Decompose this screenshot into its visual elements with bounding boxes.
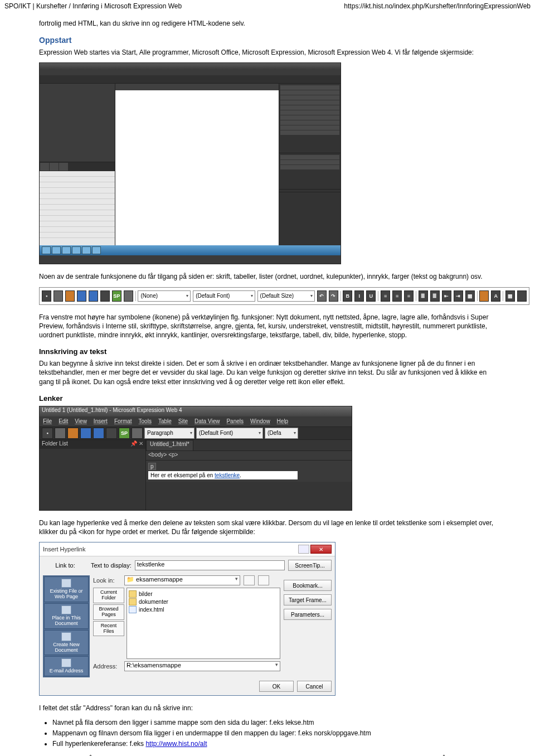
- example-link[interactable]: http://www.hist.no/alt: [145, 740, 207, 748]
- document-tab[interactable]: Untitled_1.html*: [146, 440, 193, 450]
- file-list[interactable]: bilder dokumenter index.html: [127, 588, 280, 659]
- undo-icon[interactable]: ↶: [317, 290, 327, 302]
- open-icon[interactable]: [67, 428, 79, 439]
- new-doc-icon[interactable]: ▪: [42, 290, 51, 302]
- superpreview-icon[interactable]: SP: [112, 290, 121, 302]
- document-text-line[interactable]: Her er et eksempel på en tekstlenke.: [148, 471, 298, 479]
- new-doc-icon: [61, 632, 71, 641]
- superpreview-icon[interactable]: SP: [119, 428, 130, 439]
- text-link[interactable]: tekstlenke: [215, 472, 240, 478]
- menu-view[interactable]: View: [75, 418, 87, 424]
- browse-web-icon[interactable]: [258, 575, 269, 585]
- up-folder-icon[interactable]: [244, 575, 255, 585]
- cancel-button[interactable]: Cancel: [297, 681, 332, 692]
- menu-help[interactable]: Help: [277, 418, 289, 424]
- toolbar-description: Fra venstre mot høyre har symbolene (iko…: [39, 313, 496, 340]
- editor-menu-bar: File Edit View Insert Format Tools Table…: [40, 416, 352, 427]
- ok-button[interactable]: OK: [259, 681, 294, 692]
- list-item: Navnet på fila dersom den ligger i samme…: [52, 718, 496, 728]
- menu-edit[interactable]: Edit: [59, 418, 68, 424]
- tag-breadcrumb: <body> <p>: [146, 450, 352, 461]
- subnav-current-folder[interactable]: Current Folder: [93, 588, 124, 603]
- table-icon[interactable]: ▦: [505, 290, 515, 302]
- editor-screenshot: Untitled 1 (Untitled_1.html) - Microsoft…: [39, 406, 352, 511]
- email-icon: [61, 658, 71, 667]
- list-item[interactable]: dokumenter: [129, 598, 278, 605]
- menu-table[interactable]: Table: [158, 418, 172, 424]
- subnav-browsed-pages[interactable]: Browsed Pages: [93, 604, 124, 620]
- lookin-dropdown[interactable]: 📁 eksamensmappe: [124, 575, 240, 585]
- browser-preview-icon[interactable]: [132, 428, 143, 439]
- toolbar-strip: ▪ SP (None) (Default Font) (Default Size…: [39, 287, 529, 305]
- nav-place-in-doc[interactable]: Place in This Document: [44, 603, 89, 629]
- new-site-icon[interactable]: [55, 428, 66, 439]
- p-tag-indicator: p: [148, 463, 156, 470]
- subnav-recent-files[interactable]: Recent Files: [93, 621, 124, 637]
- linkto-nav: Existing File or Web Page Place in This …: [43, 575, 90, 677]
- after-editor-text: Du kan lage hyperlenke ved å merke den d…: [39, 518, 496, 536]
- ide-screenshot: [39, 62, 341, 264]
- borders-icon[interactable]: ▦: [465, 290, 475, 302]
- insert-hyperlink-dialog: Insert Hyperlink ✕ Link to: Text to disp…: [39, 542, 335, 696]
- preview-icon[interactable]: [100, 290, 110, 302]
- nav-create-new[interactable]: Create New Document: [44, 630, 89, 656]
- address-label: Address:: [93, 663, 121, 670]
- menu-insert[interactable]: Insert: [94, 418, 108, 424]
- size-dropdown[interactable]: (Default Size): [257, 290, 315, 302]
- textcolor-icon[interactable]: A: [491, 290, 500, 302]
- align-right-icon[interactable]: ≡: [404, 290, 414, 302]
- new-site-icon[interactable]: [54, 290, 63, 302]
- parameters-button[interactable]: Parameters...: [284, 609, 332, 620]
- align-left-icon[interactable]: ≡: [381, 290, 390, 302]
- list-item[interactable]: bilder: [129, 590, 278, 598]
- dialog-title: Insert Hyperlink: [43, 546, 85, 553]
- style-dropdown[interactable]: (None): [138, 290, 191, 302]
- folder-list-title: Folder List: [42, 440, 68, 448]
- address-input[interactable]: R:\eksamensmappe▾: [124, 661, 280, 671]
- bold-icon[interactable]: B: [343, 290, 352, 302]
- ul-icon[interactable]: ≣: [430, 290, 440, 302]
- nav-existing-file[interactable]: Existing File or Web Page: [44, 576, 89, 602]
- pin-icon[interactable]: 📌 ✕: [130, 440, 143, 448]
- font-dropdown[interactable]: (Default Font): [196, 428, 263, 439]
- menu-dataview[interactable]: Data View: [194, 418, 220, 424]
- menu-format[interactable]: Format: [114, 418, 132, 424]
- menu-file[interactable]: File: [43, 418, 52, 424]
- text-to-display-input[interactable]: tekstlenke: [135, 560, 285, 570]
- linkto-label: Link to:: [43, 562, 87, 569]
- bookmark-button[interactable]: Bookmark...: [284, 580, 332, 591]
- menu-site[interactable]: Site: [178, 418, 188, 424]
- style-dropdown[interactable]: Paragraph: [144, 428, 194, 439]
- outdent-icon[interactable]: ⇤: [442, 290, 451, 302]
- save-icon[interactable]: [80, 428, 91, 439]
- div-icon[interactable]: [517, 290, 527, 302]
- redo-icon[interactable]: ↷: [329, 290, 338, 302]
- nav-email[interactable]: E-mail Address: [44, 656, 89, 676]
- help-icon[interactable]: [298, 545, 309, 554]
- close-icon[interactable]: ✕: [310, 545, 332, 554]
- list-item: Mappenavn og filnavn dersom fila ligger …: [52, 729, 496, 738]
- highlight-icon[interactable]: [479, 290, 489, 302]
- underline-icon[interactable]: U: [366, 290, 376, 302]
- screentip-button[interactable]: ScreenTip...: [288, 560, 332, 571]
- size-dropdown[interactable]: (Defa: [265, 428, 298, 439]
- save-all-icon[interactable]: [89, 290, 98, 302]
- preview-icon[interactable]: [106, 428, 117, 439]
- save-icon[interactable]: [77, 290, 86, 302]
- browser-preview-icon[interactable]: [124, 290, 133, 302]
- italic-icon[interactable]: I: [354, 290, 364, 302]
- menu-panels[interactable]: Panels: [226, 418, 244, 424]
- align-center-icon[interactable]: ≡: [392, 290, 402, 302]
- oppstart-text: Expression Web startes via Start, Alle p…: [39, 48, 496, 57]
- menu-tools[interactable]: Tools: [139, 418, 152, 424]
- open-icon[interactable]: [65, 290, 75, 302]
- menu-window[interactable]: Window: [250, 418, 270, 424]
- save-all-icon[interactable]: [93, 428, 104, 439]
- list-item[interactable]: index.html: [129, 606, 278, 613]
- folder-icon: [129, 590, 137, 598]
- new-doc-icon[interactable]: ▪: [42, 428, 53, 439]
- target-frame-button[interactable]: Target Frame...: [284, 594, 332, 605]
- ol-icon[interactable]: ≣: [419, 290, 428, 302]
- indent-icon[interactable]: ⇥: [454, 290, 463, 302]
- font-dropdown[interactable]: (Default Font): [193, 290, 255, 302]
